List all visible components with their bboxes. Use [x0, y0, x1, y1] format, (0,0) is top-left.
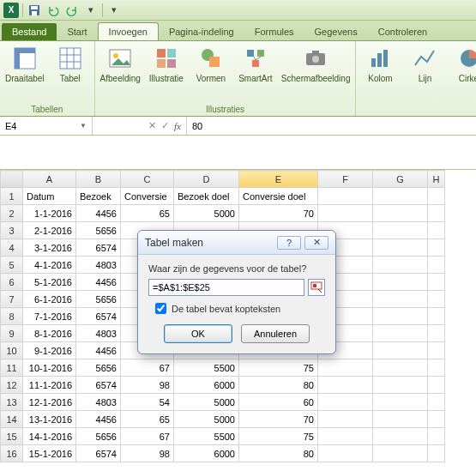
cell[interactable]: Bezoek	[76, 188, 121, 205]
row-header[interactable]: 14	[1, 411, 23, 428]
cell[interactable]	[428, 445, 445, 462]
cell[interactable]: 6000	[174, 377, 239, 394]
table-row[interactable]: 1DatumBezoekConversieBezoek doelConversi…	[1, 188, 445, 205]
select-all-corner[interactable]	[1, 171, 23, 188]
row-header[interactable]: 5	[1, 257, 23, 274]
cancel-formula-icon[interactable]: ✕	[148, 120, 156, 131]
cell[interactable]: 11-1-2016	[23, 377, 76, 394]
cell[interactable]	[428, 205, 445, 222]
cell[interactable]: 80	[239, 377, 318, 394]
row-header[interactable]: 2	[1, 205, 23, 222]
cell[interactable]: 4-1-2016	[23, 257, 76, 274]
tab-pagina-indeling[interactable]: Pagina-indeling	[159, 23, 244, 40]
shapes-button[interactable]: Vormen	[192, 45, 230, 83]
cell[interactable]: Conversie	[121, 188, 174, 205]
cell[interactable]: 10-1-2016	[23, 359, 76, 377]
cell[interactable]: 1-1-2016	[23, 205, 76, 222]
column-headers[interactable]: A B C D E F G H	[1, 171, 445, 188]
tab-start[interactable]: Start	[57, 23, 97, 40]
row-header[interactable]: 8	[1, 308, 23, 325]
cell[interactable]: 6000	[174, 445, 239, 462]
cell[interactable]	[318, 377, 373, 394]
cell[interactable]	[318, 411, 373, 428]
cell[interactable]	[373, 222, 428, 239]
cell[interactable]	[373, 359, 428, 377]
name-box-dropdown-icon[interactable]: ▼	[80, 122, 87, 130]
ok-button[interactable]: OK	[164, 324, 232, 343]
cell[interactable]	[373, 257, 428, 274]
cell[interactable]	[373, 239, 428, 257]
cell[interactable]: 4803	[76, 325, 121, 342]
row-header[interactable]: 7	[1, 291, 23, 308]
cell[interactable]: 8-1-2016	[23, 325, 76, 342]
cell[interactable]	[428, 308, 445, 325]
formula-input[interactable]: 80	[187, 117, 476, 135]
cell[interactable]: Datum	[23, 188, 76, 205]
cell[interactable]: 6574	[76, 377, 121, 394]
pivottable-button[interactable]: Draaitabel	[5, 45, 45, 83]
cancel-button[interactable]: Annuleren	[241, 324, 310, 343]
cell[interactable]	[428, 274, 445, 291]
cell[interactable]: 80	[239, 445, 318, 462]
row-header[interactable]: 4	[1, 239, 23, 257]
col-header-d[interactable]: D	[174, 171, 239, 188]
tab-invoegen[interactable]: Invoegen	[98, 22, 159, 40]
cell[interactable]: 5500	[174, 359, 239, 377]
cell[interactable]: 98	[121, 445, 174, 462]
cell[interactable]: 60	[239, 394, 318, 411]
cell[interactable]: 6-1-2016	[23, 291, 76, 308]
name-box[interactable]: ▼	[0, 117, 93, 135]
enter-formula-icon[interactable]: ✓	[161, 120, 169, 131]
table-row[interactable]: 1110-1-2016565667550075	[1, 359, 445, 377]
range-input[interactable]	[148, 279, 304, 296]
row-header[interactable]: 13	[1, 394, 23, 411]
cell[interactable]	[428, 411, 445, 428]
cell[interactable]	[428, 342, 445, 359]
tab-controleren[interactable]: Controleren	[368, 23, 437, 40]
cell[interactable]	[373, 394, 428, 411]
line-chart-button[interactable]: Lijn	[406, 45, 443, 83]
cell[interactable]	[373, 325, 428, 342]
cell[interactable]	[428, 325, 445, 342]
cell[interactable]: 4456	[76, 411, 121, 428]
undo-icon[interactable]	[45, 3, 61, 18]
table-row[interactable]: 1514-1-2016565667550075	[1, 428, 445, 445]
cell[interactable]: 67	[121, 428, 174, 445]
cell[interactable]: 5656	[76, 291, 121, 308]
row-header[interactable]: 3	[1, 222, 23, 239]
cell[interactable]: 5000	[174, 205, 239, 222]
cell[interactable]: Conversie doel	[239, 188, 318, 205]
cell[interactable]	[373, 308, 428, 325]
cell[interactable]: 15-1-2016	[23, 445, 76, 462]
cell[interactable]: 70	[239, 411, 318, 428]
picture-button[interactable]: Afbeelding	[100, 45, 141, 83]
row-header[interactable]: 11	[1, 359, 23, 377]
cell[interactable]: 67	[121, 359, 174, 377]
fx-icon[interactable]: fx	[174, 121, 181, 131]
cell[interactable]	[318, 428, 373, 445]
cell[interactable]	[428, 428, 445, 445]
cell[interactable]: 54	[121, 394, 174, 411]
cell[interactable]	[428, 222, 445, 239]
cell[interactable]	[373, 188, 428, 205]
column-chart-button[interactable]: Kolom	[361, 45, 399, 83]
table-row[interactable]: 21-1-2016445665500070	[1, 205, 445, 222]
cell[interactable]: 4456	[76, 205, 121, 222]
cell[interactable]	[318, 445, 373, 462]
cell[interactable]: 5656	[76, 222, 121, 239]
cell[interactable]	[428, 257, 445, 274]
row-header[interactable]: 9	[1, 325, 23, 342]
qat-customize-icon[interactable]: ▾	[83, 3, 99, 18]
cell[interactable]: 4803	[76, 394, 121, 411]
cell[interactable]	[428, 394, 445, 411]
cell[interactable]: 4456	[76, 274, 121, 291]
row-header[interactable]: 10	[1, 342, 23, 359]
cell[interactable]: 98	[121, 377, 174, 394]
cell[interactable]	[428, 188, 445, 205]
cell[interactable]	[373, 428, 428, 445]
col-header-g[interactable]: G	[373, 171, 428, 188]
cell[interactable]	[373, 411, 428, 428]
cell[interactable]: 5500	[174, 428, 239, 445]
tab-formules[interactable]: Formules	[244, 23, 304, 40]
cell[interactable]: 2-1-2016	[23, 222, 76, 239]
